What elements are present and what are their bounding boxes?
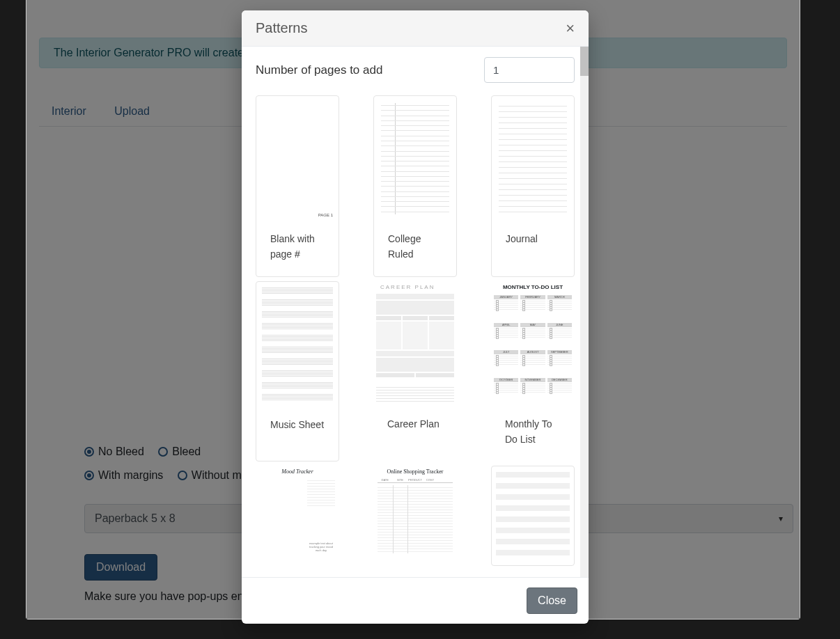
career-heading: CAREER PLAN [380,284,435,290]
no-bleed-option[interactable]: No Bleed [84,445,144,458]
monthly-heading: MONTHLY TO-DO LIST [491,284,575,290]
pattern-shopping-tracker[interactable]: Online Shopping Tracker DATESITEPRODUCTC… [373,466,457,566]
scrollbar-thumb[interactable] [580,47,589,76]
patterns-modal: Patterns × Number of pages to add PAGE 1… [242,10,589,624]
radio-icon [178,471,187,480]
radio-icon [158,447,168,457]
bleed-label: Bleed [172,445,201,458]
close-button[interactable]: Close [527,587,577,614]
radio-icon [84,447,94,457]
pattern-label: Blank with page # [256,221,339,276]
shopping-heading: Online Shopping Tracker [373,468,457,475]
pattern-mood-tracker[interactable]: Mood Tracker example text about tracking… [256,466,339,566]
modal-body-wrapper: Number of pages to add PAGE 1 Blank with… [242,47,589,577]
pattern-striped[interactable] [491,466,575,566]
modal-title: Patterns [256,20,307,36]
modal-header: Patterns × [242,10,589,47]
mood-heading: Mood Tracker [256,468,339,475]
pattern-label: College Ruled [374,221,456,276]
bleed-option[interactable]: Bleed [158,445,201,458]
pattern-preview: Online Shopping Tracker DATESITEPRODUCTC… [373,466,457,566]
tab-interior[interactable]: Interior [39,100,99,126]
pattern-journal[interactable]: Journal [491,95,575,277]
page-number-marker: PAGE 1 [318,213,333,217]
pattern-preview: MONTHLY TO-DO LIST JANUARYFEBRUARYMARCHA… [491,281,575,407]
pattern-career-plan[interactable]: CAREER PLAN Caree [373,281,457,462]
pattern-preview [374,96,456,221]
pattern-preview: PAGE 1 [256,96,339,221]
modal-footer: Close [242,577,589,624]
pattern-label: Journal [492,221,574,269]
with-margins-option[interactable]: With margins [84,469,163,482]
pattern-preview [492,96,574,221]
pattern-label: Music Sheet [256,407,339,455]
num-pages-row: Number of pages to add [256,57,575,83]
num-pages-input[interactable] [484,57,575,83]
no-bleed-label: No Bleed [98,445,144,458]
size-value: Paperback 5 x 8 [95,512,176,525]
download-button[interactable]: Download [84,554,157,581]
pattern-preview [492,466,574,565]
pattern-college-ruled[interactable]: College Ruled [373,95,457,277]
chevron-down-icon: ▾ [779,514,783,523]
mood-note: example text about tracking your mood ea… [307,542,335,552]
tab-upload[interactable]: Upload [102,100,162,126]
radio-icon [84,471,94,480]
pattern-label: Monthly To Do List [491,407,575,462]
pattern-blank[interactable]: PAGE 1 Blank with page # [256,95,339,277]
modal-body: Number of pages to add PAGE 1 Blank with… [242,47,589,577]
patterns-grid: PAGE 1 Blank with page # College Ruled [256,95,575,566]
with-margins-label: With margins [98,469,163,482]
pattern-label: Career Plan [373,407,457,454]
close-icon[interactable]: × [566,21,575,36]
pattern-preview [256,282,339,407]
pattern-monthly-todo[interactable]: MONTHLY TO-DO LIST JANUARYFEBRUARYMARCHA… [491,281,575,462]
pattern-music-sheet[interactable]: Music Sheet [256,281,339,462]
modal-scrollbar[interactable] [580,47,589,577]
pattern-preview: CAREER PLAN [373,281,457,407]
num-pages-label: Number of pages to add [256,63,382,77]
pattern-preview: Mood Tracker example text about tracking… [256,466,339,566]
